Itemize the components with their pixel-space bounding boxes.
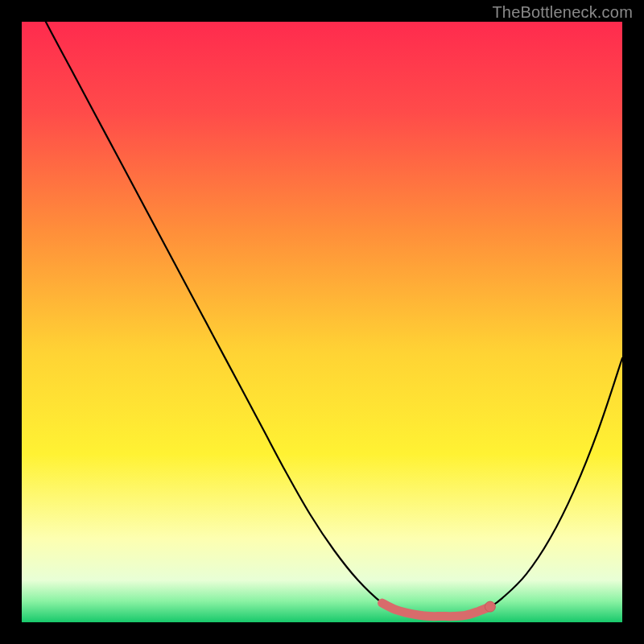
chart-frame: TheBottleneck.com (0, 0, 644, 644)
bottleneck-curve (22, 22, 622, 622)
watermark-text: TheBottleneck.com (492, 3, 633, 22)
svg-point-1 (485, 601, 495, 612)
plot-area (22, 22, 622, 622)
